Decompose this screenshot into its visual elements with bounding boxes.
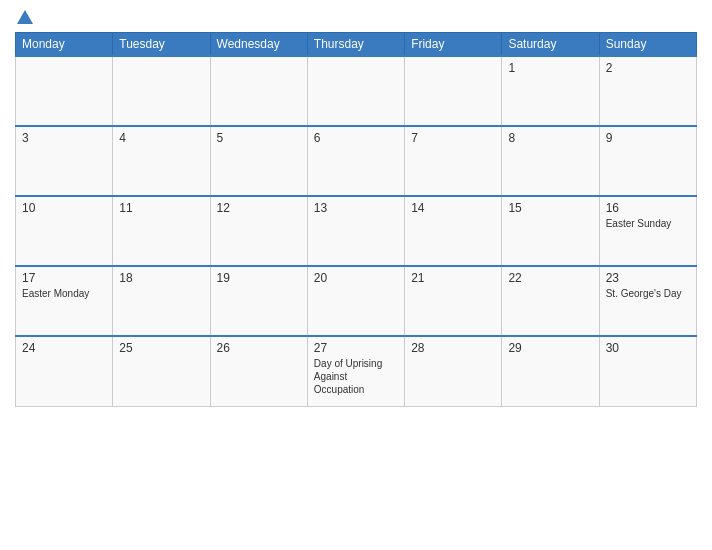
weekday-header-thursday: Thursday [307,33,404,57]
calendar-page: MondayTuesdayWednesdayThursdayFridaySatu… [0,0,712,550]
weekday-header-row: MondayTuesdayWednesdayThursdayFridaySatu… [16,33,697,57]
day-number: 13 [314,201,398,215]
calendar-cell: 23St. George's Day [599,266,696,336]
calendar-cell: 10 [16,196,113,266]
calendar-cell: 3 [16,126,113,196]
calendar-cell: 8 [502,126,599,196]
holiday-label: Easter Sunday [606,217,690,230]
calendar-cell: 20 [307,266,404,336]
day-number: 19 [217,271,301,285]
day-number: 3 [22,131,106,145]
day-number: 18 [119,271,203,285]
weekday-header-wednesday: Wednesday [210,33,307,57]
day-number: 11 [119,201,203,215]
calendar-cell: 7 [405,126,502,196]
calendar-cell [307,56,404,126]
calendar-cell: 22 [502,266,599,336]
day-number: 5 [217,131,301,145]
logo-triangle-icon [17,10,33,24]
calendar-cell: 27Day of UprisingAgainst Occupation [307,336,404,406]
day-number: 20 [314,271,398,285]
calendar-cell [16,56,113,126]
day-number: 23 [606,271,690,285]
calendar-cell: 1 [502,56,599,126]
calendar-cell: 2 [599,56,696,126]
calendar-cell: 11 [113,196,210,266]
day-number: 21 [411,271,495,285]
calendar-cell: 4 [113,126,210,196]
holiday-label: Easter Monday [22,287,106,300]
calendar-cell: 5 [210,126,307,196]
day-number: 10 [22,201,106,215]
weekday-header-sunday: Sunday [599,33,696,57]
day-number: 30 [606,341,690,355]
holiday-label: Day of UprisingAgainst Occupation [314,357,398,396]
calendar-cell: 30 [599,336,696,406]
header [15,10,697,24]
calendar-table: MondayTuesdayWednesdayThursdayFridaySatu… [15,32,697,407]
calendar-cell: 15 [502,196,599,266]
day-number: 14 [411,201,495,215]
week-row-2: 3456789 [16,126,697,196]
calendar-cell: 9 [599,126,696,196]
calendar-cell [210,56,307,126]
calendar-cell: 25 [113,336,210,406]
day-number: 6 [314,131,398,145]
day-number: 4 [119,131,203,145]
day-number: 27 [314,341,398,355]
weekday-header-saturday: Saturday [502,33,599,57]
day-number: 9 [606,131,690,145]
calendar-cell: 14 [405,196,502,266]
calendar-cell: 24 [16,336,113,406]
calendar-cell: 29 [502,336,599,406]
day-number: 25 [119,341,203,355]
calendar-cell: 19 [210,266,307,336]
day-number: 22 [508,271,592,285]
calendar-cell: 16Easter Sunday [599,196,696,266]
calendar-cell: 21 [405,266,502,336]
day-number: 15 [508,201,592,215]
calendar-cell: 12 [210,196,307,266]
calendar-cell [113,56,210,126]
week-row-1: 12 [16,56,697,126]
calendar-cell [405,56,502,126]
calendar-cell: 6 [307,126,404,196]
logo [15,10,35,24]
week-row-5: 24252627Day of UprisingAgainst Occupatio… [16,336,697,406]
day-number: 24 [22,341,106,355]
day-number: 12 [217,201,301,215]
calendar-cell: 26 [210,336,307,406]
weekday-header-friday: Friday [405,33,502,57]
week-row-4: 17Easter Monday181920212223St. George's … [16,266,697,336]
weekday-header-tuesday: Tuesday [113,33,210,57]
day-number: 26 [217,341,301,355]
week-row-3: 10111213141516Easter Sunday [16,196,697,266]
day-number: 28 [411,341,495,355]
calendar-cell: 13 [307,196,404,266]
day-number: 17 [22,271,106,285]
calendar-cell: 28 [405,336,502,406]
holiday-label: St. George's Day [606,287,690,300]
day-number: 7 [411,131,495,145]
calendar-cell: 17Easter Monday [16,266,113,336]
day-number: 1 [508,61,592,75]
day-number: 16 [606,201,690,215]
day-number: 8 [508,131,592,145]
weekday-header-monday: Monday [16,33,113,57]
day-number: 29 [508,341,592,355]
day-number: 2 [606,61,690,75]
calendar-cell: 18 [113,266,210,336]
